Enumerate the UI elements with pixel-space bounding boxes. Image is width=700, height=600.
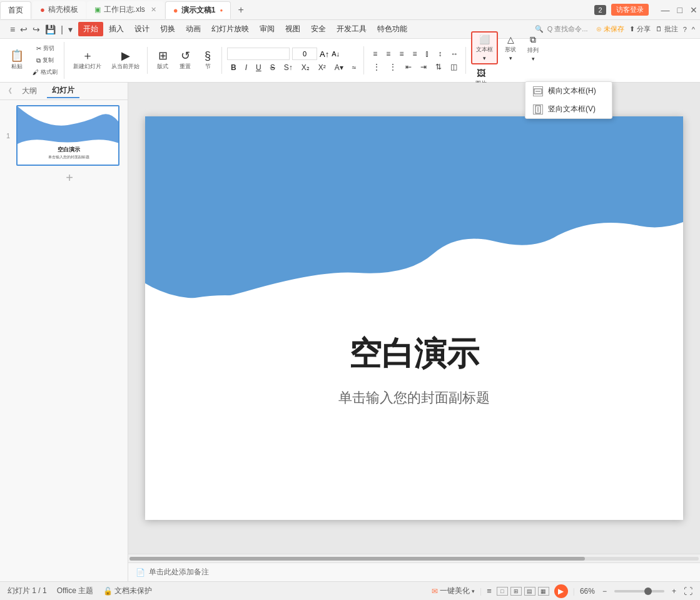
align-left-button[interactable]: ≡ [369,48,381,59]
ribbon-tab-home[interactable]: 开始 [78,22,103,36]
vertical-textbox-item[interactable]: 竖向文本框(V) [525,100,612,118]
align-center-button[interactable]: ≡ [382,48,394,59]
shape-button[interactable]: △ 形状 ▾ [500,31,520,64]
shape-dropdown-arrow[interactable]: ▾ [509,55,512,61]
strikethrough-button[interactable]: S [266,62,279,73]
search-label[interactable]: Q 查找命令... [547,24,588,34]
underline-button[interactable]: U [252,62,265,73]
paste-button[interactable]: 📋 粘贴 [6,48,28,73]
font-color-button[interactable]: A▾ [331,62,347,73]
tab-ppt-active[interactable]: ● 演示文稿1 ● [165,1,231,19]
menu-button[interactable]: ≡ [9,23,16,36]
ribbon-tab-slideshow[interactable]: 幻灯片放映 [206,22,254,36]
grid-view-btn[interactable]: ⊞ [510,587,522,596]
save-button[interactable]: 💾 [44,23,57,36]
textbox-dropdown-arrow[interactable]: ▾ [483,55,486,61]
font-size-down[interactable]: A↓ [332,50,340,58]
superscript-button[interactable]: X² [315,62,330,73]
collapse-ribbon[interactable]: ^ [692,26,695,33]
redo-button[interactable]: ↪ [31,23,41,36]
ribbon-tab-animation[interactable]: 动画 [181,22,206,36]
num-list-button[interactable]: ⋮ [385,61,400,73]
h-scrollbar[interactable] [128,554,700,562]
horizontal-textbox-item[interactable]: 横向文本框(H) [525,82,612,100]
ribbon-tab-developer[interactable]: 开发工具 [332,22,372,36]
new-tab-button[interactable]: + [232,1,250,19]
section-button[interactable]: § 节 [198,48,218,73]
ribbon-tab-review[interactable]: 审阅 [255,22,280,36]
ribbon-tab-special[interactable]: 特色功能 [372,22,412,36]
justify-button[interactable]: ≡ [408,48,420,59]
shadow-button[interactable]: S↑ [280,62,297,73]
smart-art[interactable]: ◫ [447,61,461,73]
arrange-button[interactable]: ⧉ 排列 ▾ [523,31,543,64]
play-from-button[interactable]: ▶ 从当前开始 [108,48,143,73]
sidebar-tab-slides[interactable]: 幻灯片 [47,84,79,98]
fullscreen-button[interactable]: ⛶ [684,586,692,596]
slide-title[interactable]: 空白演示 [349,332,479,376]
copy-button[interactable]: ⧉ 复制 [30,55,60,66]
win-close-button[interactable]: ✕ [687,5,700,15]
sidebar-tab-outline[interactable]: 大纲 [17,84,42,98]
subscript-button[interactable]: X₂ [298,62,313,73]
notes-placeholder[interactable]: 单击此处添加备注 [149,567,209,577]
ribbon-tab-view[interactable]: 视图 [280,22,305,36]
indent-right[interactable]: ⇥ [417,61,430,73]
qa-more[interactable]: ▾ [67,23,74,36]
ribbon-tab-transition[interactable]: 切换 [155,22,180,36]
notes-view-btn[interactable]: ▤ [524,587,535,596]
beautify-dropdown[interactable]: ▾ [472,588,475,594]
login-button[interactable]: 访客登录 [611,4,649,16]
ribbon-tab-security[interactable]: 安全 [306,22,331,36]
tab-excel-close[interactable]: ✕ [151,6,156,14]
sidebar-collapse[interactable]: 《 [5,86,12,96]
scrollbar-thumb[interactable] [129,557,585,561]
slide-canvas-wrapper[interactable]: 空白演示 单击输入您的封面副标题 [128,83,700,554]
indent-left[interactable]: ⇤ [402,61,415,73]
char-spacing-button[interactable]: ≈ [348,62,360,73]
layout-button[interactable]: ⊞ 版式 [153,48,173,73]
col-button[interactable]: ⫿ [422,48,433,59]
new-slide-button[interactable]: ＋ 新建幻灯片 [69,48,105,73]
reading-view-btn[interactable]: ▦ [538,587,549,596]
zoom-plus-button[interactable]: + [669,586,679,597]
list-button[interactable]: ⋮ [369,61,384,73]
reset-button[interactable]: ↺ 重置 [175,48,195,73]
tab-home[interactable]: 首页 [0,1,31,19]
beautify-button[interactable]: ✉ 一键美化 ▾ [432,586,475,596]
line-spacing-button[interactable]: ↕ [434,48,445,59]
zoom-slider[interactable] [614,590,664,592]
win-max-button[interactable]: □ [675,5,685,15]
play-button[interactable]: ▶ [554,584,568,598]
add-slide-button[interactable]: + [16,171,123,185]
bold-button[interactable]: B [227,62,240,73]
normal-view-btn[interactable]: □ [497,587,508,596]
para-spacing-button[interactable]: ↔ [447,48,462,59]
font-size-input[interactable] [292,48,317,60]
textbox-button[interactable]: ⬜ 文本框 ▾ [471,31,498,64]
outline-view-btn[interactable]: ≡ [487,586,492,596]
arrange-dropdown-arrow[interactable]: ▾ [532,56,535,62]
win-min-button[interactable]: — [659,5,672,15]
undo-button[interactable]: ↩ [19,23,29,36]
font-size-up[interactable]: A↑ [320,49,329,59]
help-button[interactable]: ? [683,26,687,33]
ribbon-tab-design[interactable]: 设计 [129,22,155,36]
tab-excel[interactable]: ▣ 工作日志.xls ✕ [87,1,164,19]
zoom-minus-button[interactable]: − [600,586,609,597]
format-brush-button[interactable]: 🖌 格式刷 [30,67,60,78]
italic-button[interactable]: I [241,62,251,73]
share-button[interactable]: ⬆ 分享 [629,24,651,34]
font-name-input[interactable] [227,48,290,60]
font-group: A↑ A↓ B I U S S↑ X₂ X² A▾ ≈ [223,46,364,74]
slide-thumbnail-1[interactable]: 1 空白演示 单击输入您的封面副标题 [16,105,123,166]
tab-template[interactable]: ● 稿壳模板 [33,1,86,19]
comment-button[interactable]: 🗒 批注 [656,24,678,34]
cut-button[interactable]: ✂ 剪切 [30,43,60,54]
align-right-button[interactable]: ≡ [395,48,407,59]
text-direction[interactable]: ⇅ [432,61,445,73]
ribbon-tab-insert[interactable]: 插入 [104,22,129,36]
zoom-thumb[interactable] [644,587,652,595]
slide-subtitle[interactable]: 单击输入您的封面副标题 [338,389,490,407]
user-count-badge[interactable]: 2 [594,5,606,15]
